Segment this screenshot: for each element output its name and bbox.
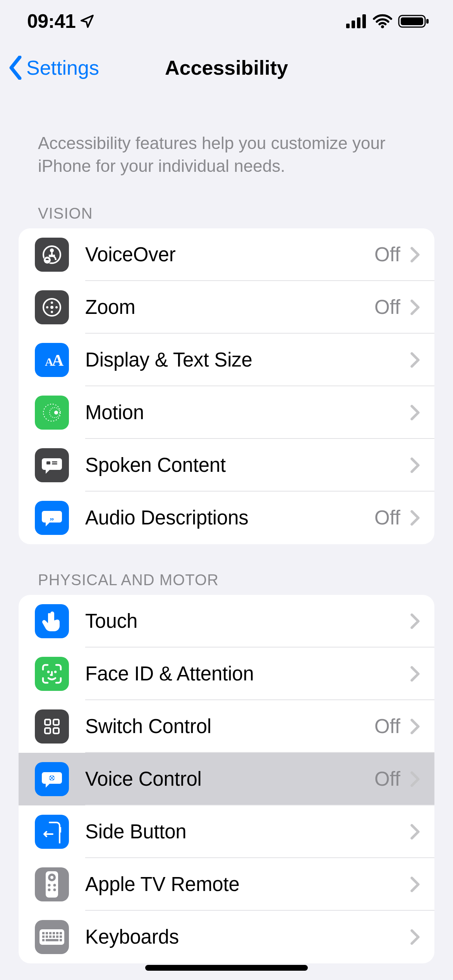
- row-touch[interactable]: Touch: [19, 595, 434, 648]
- svg-rect-1: [352, 21, 355, 28]
- svg-rect-31: [53, 728, 59, 733]
- svg-rect-3: [362, 14, 366, 28]
- svg-rect-22: [46, 461, 50, 464]
- back-label: Settings: [26, 56, 99, 79]
- group-vision: VoiceOver Off Zoom Off AA Display & Text…: [19, 228, 434, 544]
- svg-rect-29: [53, 720, 59, 725]
- chevron-right-icon: [410, 719, 420, 734]
- svg-text:A: A: [52, 351, 64, 369]
- row-label: Switch Control: [85, 715, 374, 738]
- content: Accessibility features help you customiz…: [0, 132, 453, 963]
- svg-rect-46: [56, 932, 58, 934]
- voicectrl-icon: [35, 762, 69, 796]
- back-button[interactable]: Settings: [7, 56, 99, 80]
- svg-point-8: [50, 248, 54, 252]
- chevron-right-icon: [410, 352, 420, 368]
- row-label: VoiceOver: [85, 243, 374, 266]
- row-apple-tv-remote[interactable]: Apple TV Remote: [19, 858, 434, 911]
- row-value: Off: [374, 506, 400, 529]
- svg-rect-55: [46, 939, 58, 941]
- svg-point-13: [51, 311, 53, 313]
- svg-rect-51: [53, 935, 55, 938]
- row-label: Motion: [85, 401, 410, 424]
- row-faceid-attention[interactable]: Face ID & Attention: [19, 648, 434, 700]
- svg-rect-52: [56, 935, 58, 938]
- appletv-icon: [35, 867, 69, 901]
- svg-point-15: [55, 306, 58, 308]
- chevron-right-icon: [410, 877, 420, 892]
- section-header-vision: VISION: [19, 205, 434, 228]
- svg-point-36: [50, 876, 53, 879]
- keyboards-icon: [35, 920, 69, 954]
- row-label: Audio Descriptions: [85, 506, 374, 529]
- chevron-right-icon: [410, 247, 420, 262]
- svg-point-39: [48, 888, 51, 891]
- row-motion[interactable]: Motion: [19, 386, 434, 439]
- row-value: Off: [374, 715, 400, 738]
- group-physical: Touch Face ID & Attention: [19, 595, 434, 963]
- svg-point-27: [55, 672, 56, 672]
- svg-rect-43: [46, 932, 48, 934]
- svg-point-26: [48, 672, 49, 672]
- status-bar: 09:41: [0, 0, 453, 43]
- row-display-text-size[interactable]: AA Display & Text Size: [19, 334, 434, 386]
- svg-point-37: [48, 884, 51, 886]
- svg-rect-45: [53, 932, 55, 934]
- chevron-right-icon: [410, 824, 420, 840]
- svg-rect-44: [49, 932, 51, 934]
- chevron-right-icon: [410, 300, 420, 315]
- switch-icon: [35, 709, 69, 744]
- row-label: Side Button: [85, 820, 410, 843]
- svg-rect-33: [60, 827, 61, 833]
- svg-rect-47: [60, 932, 62, 934]
- chevron-right-icon: [410, 613, 420, 629]
- row-switch-control[interactable]: Switch Control Off: [19, 700, 434, 753]
- chevron-right-icon: [410, 405, 420, 420]
- row-label: Zoom: [85, 296, 374, 319]
- svg-rect-6: [426, 19, 429, 24]
- row-voice-control[interactable]: Voice Control Off: [19, 753, 434, 805]
- section-header-physical: PHYSICAL AND MOTOR: [19, 571, 434, 595]
- faceid-icon: [35, 657, 69, 691]
- svg-point-14: [46, 306, 48, 308]
- battery-icon: [398, 14, 430, 29]
- home-indicator[interactable]: [145, 965, 308, 971]
- svg-rect-49: [46, 935, 48, 938]
- row-label: Touch: [85, 610, 410, 632]
- svg-rect-48: [42, 935, 45, 938]
- svg-point-38: [53, 884, 56, 886]
- row-label: Display & Text Size: [85, 348, 410, 371]
- row-zoom[interactable]: Zoom Off: [19, 281, 434, 334]
- svg-rect-30: [45, 728, 50, 733]
- svg-rect-24: [52, 463, 57, 464]
- row-label: Face ID & Attention: [85, 662, 410, 685]
- svg-point-40: [53, 888, 56, 891]
- svg-text:„: „: [50, 512, 54, 521]
- svg-point-21: [54, 411, 58, 415]
- voiceover-icon: [35, 238, 69, 272]
- audiodesc-icon: „: [35, 501, 69, 535]
- svg-point-12: [51, 302, 53, 304]
- chevron-right-icon: [410, 771, 420, 787]
- nav-bar: Settings Accessibility: [0, 43, 453, 93]
- svg-rect-50: [49, 935, 51, 938]
- row-keyboards[interactable]: Keyboards: [19, 911, 434, 963]
- row-value: Off: [374, 296, 400, 319]
- svg-rect-2: [357, 17, 360, 28]
- row-value: Off: [374, 768, 400, 790]
- status-time-text: 09:41: [27, 10, 76, 33]
- svg-rect-42: [42, 932, 45, 934]
- chevron-right-icon: [410, 510, 420, 526]
- svg-rect-53: [60, 935, 62, 938]
- status-icons: [346, 14, 430, 29]
- row-audio-descriptions[interactable]: „ Audio Descriptions Off: [19, 492, 434, 544]
- intro-text: Accessibility features help you customiz…: [19, 132, 434, 178]
- row-label: Keyboards: [85, 925, 410, 948]
- svg-rect-28: [45, 720, 50, 725]
- svg-rect-5: [401, 17, 423, 25]
- row-spoken-content[interactable]: Spoken Content: [19, 439, 434, 492]
- textsize-icon: AA: [35, 343, 69, 377]
- svg-rect-56: [60, 939, 62, 941]
- row-voiceover[interactable]: VoiceOver Off: [19, 228, 434, 281]
- row-side-button[interactable]: Side Button: [19, 805, 434, 858]
